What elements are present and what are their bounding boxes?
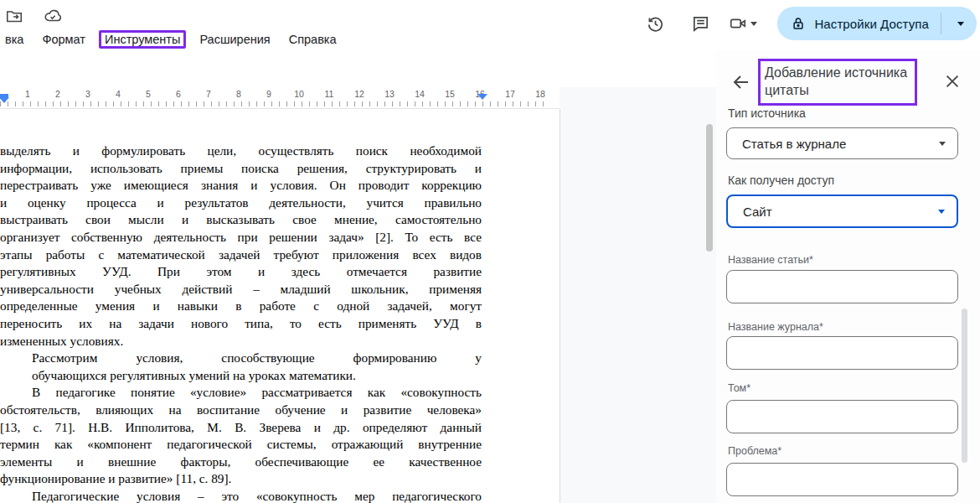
ruler-number: 10 (293, 89, 305, 99)
source-type-label: Тип источника (728, 106, 806, 120)
panel-title-highlight: Добавление источника цитаты (758, 59, 917, 106)
share-divider (941, 13, 941, 34)
ruler-ticks (0, 101, 549, 106)
document-line: обстоятельств, влияющих на воспитание об… (0, 402, 482, 419)
document-line: Педагогические условия – это «совокупнос… (0, 488, 482, 503)
ruler-number: 13 (384, 89, 395, 99)
video-camera-icon (729, 14, 747, 33)
panel-scrollbar[interactable] (962, 309, 967, 463)
horizontal-ruler[interactable]: 123456789101112131415161718 (0, 87, 560, 109)
top-bar-actions: Настройки Доступа (638, 7, 980, 40)
document-line: обучающихся регулятивных умений на урока… (0, 367, 482, 385)
ruler-number: 1 (22, 89, 34, 99)
version-history-button[interactable] (638, 7, 672, 40)
panel-title: Добавление источника цитаты (765, 64, 910, 99)
ruler-number: 18 (534, 89, 546, 99)
chevron-down-icon (938, 210, 945, 214)
document-line: выстраивать свои мысли и высказывать сво… (0, 211, 482, 229)
document-line: определенные умения и навыки в работе с … (0, 298, 482, 315)
ruler-number: 8 (233, 89, 245, 99)
chevron-down-icon (939, 142, 946, 146)
document-line: функционирование и развитие» [11, с. 89]… (0, 470, 482, 488)
ruler-number: 11 (323, 89, 335, 99)
main-area: 123456789101112131415161718 выделять и ф… (0, 50, 980, 503)
menu-item-rasshireniya[interactable]: Расширения (194, 31, 275, 48)
share-button[interactable]: Настройки Доступа (777, 7, 977, 40)
document-text[interactable]: выделять и формулировать цели, осуществл… (0, 143, 482, 503)
document-line: переносить их на задачи нового типа, то … (0, 315, 482, 333)
comment-icon (691, 14, 710, 34)
citation-panel: Добавление источника цитаты Тип источник… (716, 50, 980, 503)
volume-input[interactable] (726, 400, 958, 433)
share-button-label: Настройки Доступа (814, 17, 929, 31)
article-title-input[interactable] (726, 270, 958, 303)
ruler-number: 5 (142, 89, 154, 99)
menu-item-format[interactable]: Формат (37, 31, 90, 48)
cloud-saved-icon[interactable] (44, 7, 62, 25)
document-line: выделять и формулировать цели, осуществл… (0, 143, 482, 160)
menu-item-spravka[interactable]: Справка (284, 31, 342, 48)
close-icon[interactable] (943, 72, 962, 91)
ruler-number: 17 (504, 89, 516, 99)
document-area: 123456789101112131415161718 выделять и ф… (0, 50, 716, 503)
ruler-number: 3 (82, 89, 94, 99)
volume-label: Том* (728, 382, 750, 394)
document-line: информации, использовать приемы поиска р… (0, 160, 482, 178)
document-scrollbar[interactable] (706, 124, 713, 252)
ruler-number: 12 (353, 89, 365, 99)
move-folder-icon[interactable] (5, 7, 23, 25)
ruler-number: 2 (52, 89, 64, 99)
issue-input[interactable] (726, 463, 958, 496)
document-line: В педагогике понятие «условие» рассматри… (0, 384, 482, 402)
google-docs-app: вка Формат Инструменты Расширения Справк… (0, 0, 980, 503)
document-line: [13, с. 71]. Н.В. Ипполитова, М. В. Звер… (0, 419, 482, 437)
source-type-value: Статья в журнале (742, 137, 846, 151)
back-arrow-icon[interactable] (731, 72, 751, 92)
right-indent-marker[interactable] (477, 94, 487, 100)
menu-item-instrumenty[interactable]: Инструменты (99, 30, 186, 49)
document-line: измененных условиях. (0, 333, 482, 350)
ruler-number: 14 (414, 89, 426, 99)
journal-title-label: Название журнала* (728, 321, 823, 333)
document-line: универсальности учебных действий – младш… (0, 281, 482, 298)
chevron-down-icon (750, 22, 757, 26)
access-label: Как получен доступ (728, 174, 834, 187)
document-line: регулятивных УУД. При этом и здесь отмеч… (0, 263, 482, 281)
document-line: организует собственную деятельность при … (0, 229, 482, 246)
journal-title-input[interactable] (726, 336, 958, 370)
comments-button[interactable] (683, 7, 717, 40)
article-title-label: Название статьи* (728, 254, 813, 266)
ruler-number: 4 (112, 89, 124, 99)
document-line: термин как «компонент педагогической сис… (0, 436, 482, 454)
issue-label: Проблема* (728, 445, 781, 457)
menu-bar: вка Формат Инструменты Расширения Справк… (0, 30, 342, 49)
top-bar: вка Формат Инструменты Расширения Справк… (0, 0, 980, 50)
document-line: элементы и внешние факторы, обеспечивающ… (0, 454, 482, 471)
ruler-number: 7 (203, 89, 214, 99)
ruler-number: 9 (263, 89, 275, 99)
share-dropdown[interactable] (950, 22, 972, 26)
document-line: Рассмотрим условия, способствующие форми… (0, 350, 482, 367)
document-line: и оценку процесса и результатов деятельн… (0, 194, 482, 212)
page-right-edge (560, 109, 560, 503)
document-line: этапы работы с математической задачей тр… (0, 246, 482, 264)
first-line-indent-marker[interactable] (0, 97, 9, 103)
meet-button[interactable] (729, 14, 757, 33)
ruler-number: 15 (444, 89, 456, 99)
file-title-icons (5, 7, 62, 25)
ruler-number: 6 (173, 89, 184, 99)
access-value: Сайт (743, 205, 772, 219)
source-type-select[interactable]: Статья в журнале (726, 127, 958, 159)
lock-icon (791, 16, 806, 31)
history-icon (646, 14, 665, 34)
access-select[interactable]: Сайт (726, 194, 958, 228)
chevron-down-icon (957, 22, 964, 26)
document-line: перестраивать уже имеющиеся знания и усл… (0, 177, 482, 194)
document-background (560, 87, 716, 503)
panel-header: Добавление источника цитаты (716, 57, 980, 102)
menu-item-vstavka[interactable]: вка (0, 31, 28, 48)
